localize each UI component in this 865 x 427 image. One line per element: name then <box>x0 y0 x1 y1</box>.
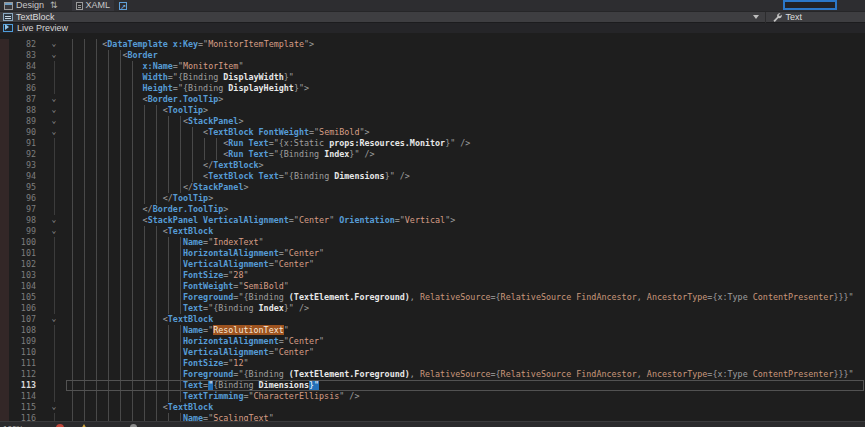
code-line-82[interactable]: 82⌄<DataTemplate x:Key="MonitorItemTempl… <box>0 39 865 50</box>
breakpoint-margin[interactable] <box>0 270 9 281</box>
breakpoint-margin[interactable] <box>0 248 9 259</box>
code-line-106[interactable]: 106Text="{Binding Index}" /> <box>0 303 865 314</box>
code-line-101[interactable]: 101HorizontalAlignment="Center" <box>0 248 865 259</box>
code-line-105[interactable]: 105Foreground="{Binding (TextElement.For… <box>0 292 865 303</box>
focus-outline-box[interactable] <box>783 0 837 10</box>
fold-chevron-icon[interactable]: ⌄ <box>43 314 65 325</box>
code-line-91[interactable]: 91<Run Text="{x:Static props:Resources.M… <box>0 138 865 149</box>
breakpoint-margin[interactable] <box>0 237 9 248</box>
fold-chevron-icon[interactable]: ⌄ <box>43 226 65 237</box>
breakpoint-margin[interactable] <box>0 50 9 61</box>
breakpoint-margin[interactable] <box>0 314 9 325</box>
swap-panes-icon[interactable]: ⇅ <box>50 0 58 11</box>
breadcrumb-element[interactable]: TextBlock <box>16 12 55 23</box>
fold-chevron-icon[interactable]: ⌄ <box>43 215 65 226</box>
popout-icon[interactable]: ↗ <box>119 2 127 10</box>
fold-guide <box>43 160 65 171</box>
code-line-85[interactable]: 85Width="{Binding DisplayWidth}" <box>0 72 865 83</box>
breakpoint-margin[interactable] <box>0 116 9 127</box>
breakpoint-margin[interactable] <box>0 72 9 83</box>
xaml-tab[interactable]: XAML <box>72 0 115 11</box>
code-line-100[interactable]: 100Name="IndexText" <box>0 237 865 248</box>
code-text: <StackPanel> <box>65 116 865 127</box>
fold-chevron-icon[interactable]: ⌄ <box>43 116 65 127</box>
breakpoint-margin[interactable] <box>0 380 9 391</box>
breakpoint-margin[interactable] <box>0 171 9 182</box>
breakpoint-margin[interactable] <box>0 402 9 413</box>
code-line-108[interactable]: 108Name="ResolutionText" <box>0 325 865 336</box>
breakpoint-margin[interactable] <box>0 127 9 138</box>
indent-guides <box>72 281 183 292</box>
fold-chevron-icon[interactable]: ⌄ <box>43 105 65 116</box>
view-switcher-bar: Design ⇅ XAML ↗ <box>0 0 865 11</box>
code-line-112[interactable]: 112Foreground="{Binding (TextElement.For… <box>0 369 865 380</box>
property-indicator[interactable]: Text <box>785 12 802 23</box>
fold-chevron-icon[interactable]: ⌄ <box>43 39 65 50</box>
code-line-95[interactable]: 95</StackPanel> <box>0 182 865 193</box>
dropdown-caret-icon[interactable] <box>753 15 759 19</box>
code-line-89[interactable]: 89⌄<StackPanel> <box>0 116 865 127</box>
code-line-98[interactable]: 98⌄<StackPanel VerticalAlignment="Center… <box>0 215 865 226</box>
breakpoint-margin[interactable] <box>0 369 9 380</box>
code-line-93[interactable]: 93</TextBlock> <box>0 160 865 171</box>
breakpoint-margin[interactable] <box>0 138 9 149</box>
breakpoint-margin[interactable] <box>0 215 9 226</box>
breakpoint-margin[interactable] <box>0 193 9 204</box>
breakpoint-margin[interactable] <box>0 182 9 193</box>
code-line-109[interactable]: 109HorizontalAlignment="Center" <box>0 336 865 347</box>
design-tab[interactable]: Design <box>16 0 44 11</box>
code-line-83[interactable]: 83⌄<Border <box>0 50 865 61</box>
breakpoint-margin[interactable] <box>0 347 9 358</box>
indent-guides <box>72 204 143 215</box>
code-line-86[interactable]: 86Height="{Binding DisplayHeight}"> <box>0 83 865 94</box>
code-line-103[interactable]: 103FontSize="28" <box>0 270 865 281</box>
indent-guides <box>72 72 143 83</box>
breakpoint-margin[interactable] <box>0 391 9 402</box>
breakpoint-margin[interactable] <box>0 61 9 72</box>
fold-chevron-icon[interactable]: ⌄ <box>43 402 65 413</box>
code-line-102[interactable]: 102VerticalAlignment="Center" <box>0 259 865 270</box>
indent-guides <box>72 83 143 94</box>
code-line-96[interactable]: 96</ToolTip> <box>0 193 865 204</box>
code-line-104[interactable]: 104FontWeight="SemiBold" <box>0 281 865 292</box>
code-line-110[interactable]: 110VerticalAlignment="Center" <box>0 347 865 358</box>
code-line-115[interactable]: 115⌄<TextBlock <box>0 402 865 413</box>
code-editor[interactable]: 82⌄<DataTemplate x:Key="MonitorItemTempl… <box>0 33 865 424</box>
code-line-111[interactable]: 111FontSize="12" <box>0 358 865 369</box>
breakpoint-margin[interactable] <box>0 204 9 215</box>
line-number: 83 <box>9 50 43 61</box>
code-text: Text="{Binding Index}" /> <box>65 303 865 314</box>
code-line-84[interactable]: 84x:Name="MonitorItem" <box>0 61 865 72</box>
breakpoint-margin[interactable] <box>0 39 9 50</box>
breakpoint-margin[interactable] <box>0 94 9 105</box>
fold-chevron-icon[interactable]: ⌄ <box>43 127 65 138</box>
breakpoint-margin[interactable] <box>0 303 9 314</box>
code-line-88[interactable]: 88⌄<ToolTip> <box>0 105 865 116</box>
code-text: HorizontalAlignment="Center" <box>65 336 865 347</box>
code-line-97[interactable]: 97</Border.ToolTip> <box>0 204 865 215</box>
breakpoint-margin[interactable] <box>0 292 9 303</box>
breakpoint-margin[interactable] <box>0 358 9 369</box>
code-line-94[interactable]: 94<TextBlock Text="{Binding Dimensions}"… <box>0 171 865 182</box>
code-line-87[interactable]: 87⌄<Border.ToolTip> <box>0 94 865 105</box>
breakpoint-margin[interactable] <box>0 160 9 171</box>
indent-guides <box>72 39 102 50</box>
code-line-99[interactable]: 99⌄<TextBlock <box>0 226 865 237</box>
design-surface-icon <box>4 2 13 10</box>
fold-chevron-icon[interactable]: ⌄ <box>43 50 65 61</box>
breakpoint-margin[interactable] <box>0 281 9 292</box>
breakpoint-margin[interactable] <box>0 105 9 116</box>
line-number: 87 <box>9 94 43 105</box>
fold-chevron-icon[interactable]: ⌄ <box>43 94 65 105</box>
breakpoint-margin[interactable] <box>0 149 9 160</box>
code-line-92[interactable]: 92<Run Text="{Binding Index}" /> <box>0 149 865 160</box>
breakpoint-margin[interactable] <box>0 325 9 336</box>
code-line-90[interactable]: 90⌄<TextBlock FontWeight="SemiBold"> <box>0 127 865 138</box>
code-line-113[interactable]: 113Text="{Binding Dimensions}" <box>0 380 865 391</box>
code-line-107[interactable]: 107⌄<TextBlock <box>0 314 865 325</box>
breakpoint-margin[interactable] <box>0 83 9 94</box>
code-line-114[interactable]: 114TextTrimming="CharacterEllipsis" /> <box>0 391 865 402</box>
breakpoint-margin[interactable] <box>0 336 9 347</box>
breakpoint-margin[interactable] <box>0 226 9 237</box>
breakpoint-margin[interactable] <box>0 259 9 270</box>
